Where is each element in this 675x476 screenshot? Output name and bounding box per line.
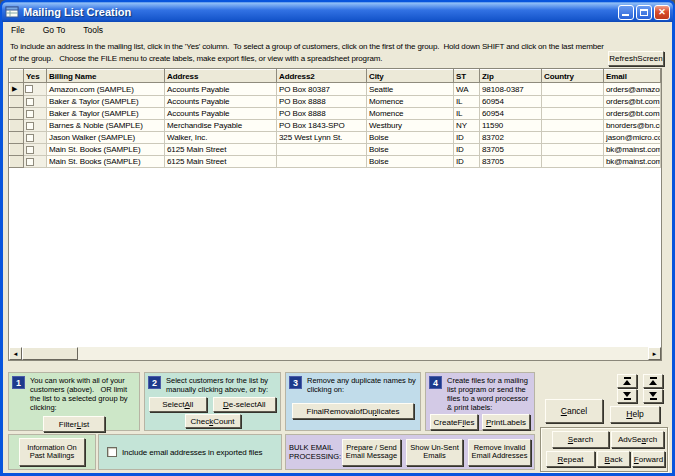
scrollbar-track[interactable] <box>78 347 648 360</box>
header-address2[interactable]: Address2 <box>277 70 367 83</box>
close-button[interactable]: ✕ <box>654 5 670 20</box>
cell-billing-name[interactable]: Baker & Taylor (SAMPLE) <box>47 96 165 108</box>
refresh-screen-button[interactable]: Refresh Screen <box>608 51 664 66</box>
back-button[interactable]: Back <box>597 451 630 467</box>
header-city[interactable]: City <box>367 70 454 83</box>
cell-email[interactable]: jason@micro.com <box>604 132 661 144</box>
cell-city[interactable]: Boise <box>367 132 454 144</box>
cell-country[interactable] <box>542 132 604 144</box>
scroll-right-button[interactable]: ► <box>648 347 661 360</box>
cell-email[interactable]: bk@mainst.com <box>604 144 661 156</box>
cell-city[interactable]: Momence <box>367 108 454 120</box>
row-selector-cell[interactable] <box>10 120 24 132</box>
record-next-button[interactable] <box>643 389 663 403</box>
yes-cell[interactable] <box>24 120 47 132</box>
cell-billing-name[interactable]: Main St. Books (SAMPLE) <box>47 156 165 168</box>
yes-checkbox[interactable] <box>26 134 34 142</box>
cell-address2[interactable]: PO Box 1843-SPO <box>277 120 367 132</box>
cell-address[interactable]: 6125 Main Street <box>165 156 277 168</box>
repeat-button[interactable]: Repeat <box>546 451 595 467</box>
yes-cell[interactable] <box>24 156 47 168</box>
cell-address[interactable]: 6125 Main Street <box>165 144 277 156</box>
header-zip[interactable]: Zip <box>480 70 542 83</box>
cell-billing-name[interactable]: Jason Walker (SAMPLE) <box>47 132 165 144</box>
cell-city[interactable]: Seattle <box>367 83 454 96</box>
cell-address[interactable]: Merchandise Payable <box>165 120 277 132</box>
cell-email[interactable]: orders@bt.com <box>604 108 661 120</box>
scrollbar-thumb[interactable] <box>22 347 78 360</box>
menu-file[interactable]: File <box>9 24 27 36</box>
cell-zip[interactable]: 83705 <box>480 156 542 168</box>
cell-address2[interactable]: PO Box 80387 <box>277 83 367 96</box>
include-emails-checkbox[interactable] <box>107 447 117 457</box>
row-selector-cell[interactable]: ▶ <box>10 83 24 96</box>
cell-country[interactable] <box>542 144 604 156</box>
cell-zip[interactable]: 11590 <box>480 120 542 132</box>
record-last-button[interactable] <box>617 389 637 403</box>
check-count-button[interactable]: Check Count <box>185 414 241 428</box>
cell-billing-name[interactable]: Main St. Books (SAMPLE) <box>47 144 165 156</box>
cell-address[interactable]: Accounts Payable <box>165 83 277 96</box>
header-country[interactable]: Country <box>542 70 604 83</box>
menu-tools[interactable]: Tools <box>81 24 105 36</box>
yes-checkbox[interactable] <box>26 158 34 166</box>
yes-cell[interactable] <box>24 96 47 108</box>
yes-checkbox[interactable] <box>26 122 34 130</box>
cell-country[interactable] <box>542 108 604 120</box>
prepare-send-email-button[interactable]: Prepare / Send Email Message <box>342 439 401 466</box>
select-all-button[interactable]: Select All <box>149 397 207 412</box>
forward-button[interactable]: Forward <box>632 451 665 467</box>
cell-address2[interactable]: PO Box 8888 <box>277 96 367 108</box>
print-labels-button[interactable]: Print Labels <box>482 414 530 430</box>
yes-checkbox[interactable] <box>26 98 34 106</box>
yes-cell[interactable] <box>24 144 47 156</box>
menu-go-to[interactable]: Go To <box>41 24 68 36</box>
cell-zip[interactable]: 60954 <box>480 96 542 108</box>
cell-city[interactable]: Boise <box>367 156 454 168</box>
header-address[interactable]: Address <box>165 70 277 83</box>
yes-cell[interactable] <box>24 132 47 144</box>
adv-search-button[interactable]: Adv Search <box>611 431 664 448</box>
cell-address2[interactable]: 325 West Lynn St. <box>277 132 367 144</box>
minimize-button[interactable] <box>618 5 634 20</box>
yes-checkbox[interactable] <box>26 110 34 118</box>
filter-list-button[interactable]: Filter List <box>43 416 105 432</box>
help-button[interactable]: Help <box>610 406 660 423</box>
cell-email[interactable]: bnorders@bn.com <box>604 120 661 132</box>
yes-cell[interactable] <box>24 83 47 96</box>
cell-zip[interactable]: 83702 <box>480 132 542 144</box>
cell-st[interactable]: WA <box>454 83 480 96</box>
yes-checkbox[interactable] <box>26 146 34 154</box>
cell-email[interactable]: orders@bt.com <box>604 96 661 108</box>
cell-country[interactable] <box>542 96 604 108</box>
cell-st[interactable]: NY <box>454 120 480 132</box>
cell-city[interactable]: Boise <box>367 144 454 156</box>
cell-address2[interactable] <box>277 156 367 168</box>
final-removal-duplicates-button[interactable]: Final Removal of Duplicates <box>292 403 414 419</box>
cell-billing-name[interactable]: Barnes & Noble (SAMPLE) <box>47 120 165 132</box>
cell-address2[interactable]: PO Box 8888 <box>277 108 367 120</box>
cell-st[interactable]: ID <box>454 156 480 168</box>
cell-zip[interactable]: 83705 <box>480 144 542 156</box>
cell-email[interactable]: orders@amazon.com <box>604 83 661 96</box>
cell-st[interactable]: ID <box>454 132 480 144</box>
scroll-left-button[interactable]: ◄ <box>9 347 22 360</box>
cell-country[interactable] <box>542 156 604 168</box>
header-email[interactable]: Email <box>604 70 661 83</box>
cell-billing-name[interactable]: Baker & Taylor (SAMPLE) <box>47 108 165 120</box>
cell-address[interactable]: Accounts Payable <box>165 96 277 108</box>
cancel-button[interactable]: Cancel <box>545 399 603 423</box>
record-previous-button[interactable] <box>643 374 663 388</box>
create-files-button[interactable]: Create Files <box>430 414 478 430</box>
cell-st[interactable]: IL <box>454 108 480 120</box>
cell-billing-name[interactable]: Amazon.com (SAMPLE) <box>47 83 165 96</box>
maximize-button[interactable] <box>636 5 652 20</box>
search-button[interactable]: Search <box>552 431 609 448</box>
show-unsent-emails-button[interactable]: Show Un-Sent Emails <box>406 439 463 466</box>
cell-st[interactable]: IL <box>454 96 480 108</box>
row-selector-cell[interactable] <box>10 156 24 168</box>
cell-city[interactable]: Momence <box>367 96 454 108</box>
title-bar[interactable]: Mailing List Creation ✕ <box>2 2 673 22</box>
record-first-button[interactable] <box>617 374 637 388</box>
header-st[interactable]: ST <box>454 70 480 83</box>
